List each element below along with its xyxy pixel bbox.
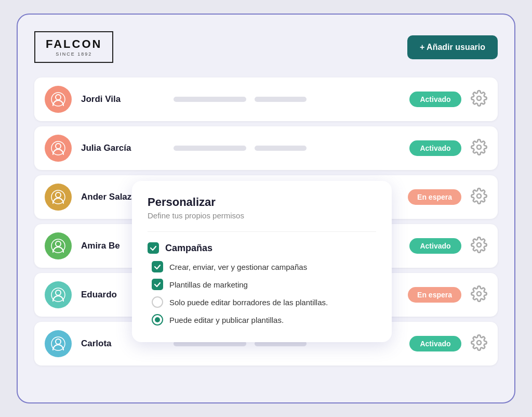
svg-point-4 <box>56 192 61 198</box>
permissions-popup: Personalizar Define tus propios permisos… <box>132 181 392 342</box>
avatar <box>45 330 72 357</box>
user-name: Julia García <box>81 143 164 153</box>
gear-icon[interactable] <box>471 285 487 304</box>
logo-subtitle: SINCE 1892 <box>56 51 92 57</box>
svg-point-6 <box>56 241 61 246</box>
svg-point-10 <box>56 339 61 344</box>
status-badge: Activado <box>409 92 461 107</box>
user-name: Jordi Vila <box>81 94 164 105</box>
avatar <box>45 135 72 162</box>
main-permission-checkbox[interactable] <box>148 242 159 254</box>
status-badge: En espera <box>408 189 461 205</box>
gear-icon[interactable] <box>471 334 487 353</box>
sub-permission-checkbox[interactable] <box>152 261 163 272</box>
avatar <box>45 86 72 113</box>
status-badge: En espera <box>408 287 461 303</box>
permission-sub-row: Solo puede editar borradores de las plan… <box>152 296 376 308</box>
gear-icon[interactable] <box>471 139 487 158</box>
main-permission-row: Campañas <box>148 242 376 254</box>
placeholder-bars <box>174 97 400 102</box>
radio-filled[interactable] <box>152 314 163 325</box>
bar <box>174 97 246 102</box>
svg-point-2 <box>56 144 61 149</box>
permission-section: Campañas Crear, enviar, ver y gestionar … <box>148 242 376 325</box>
permission-sub-row: Plantillas de marketing <box>152 279 376 290</box>
add-user-button[interactable]: + Añadir usuario <box>407 35 498 59</box>
gear-icon[interactable] <box>471 188 487 206</box>
avatar <box>45 281 72 308</box>
popup-divider <box>148 231 376 232</box>
bar <box>255 146 307 151</box>
permission-sub-label: Crear, enviar, ver y gestionar campañas <box>169 263 307 271</box>
main-permission-label: Campañas <box>165 243 212 254</box>
user-row: Julia García Activado <box>34 126 498 170</box>
permission-sub-label: Plantillas de marketing <box>169 280 248 289</box>
user-row: Jordi Vila Activado <box>34 77 498 121</box>
avatar <box>45 184 72 211</box>
sub-permission-checkbox[interactable] <box>152 279 163 290</box>
header: FALCON SINCE 1892 + Añadir usuario <box>34 31 498 63</box>
placeholder-bars <box>174 146 400 151</box>
gear-icon[interactable] <box>471 90 487 109</box>
svg-point-8 <box>56 290 61 295</box>
bar <box>255 97 307 102</box>
popup-title: Personalizar <box>148 196 376 209</box>
permission-sub-row: Puede editar y publicar plantillas. <box>152 314 376 325</box>
bar <box>174 146 246 151</box>
status-badge: Activado <box>409 140 461 156</box>
permission-sub-label: Solo puede editar borradores de las plan… <box>169 298 328 307</box>
permission-sub-label: Puede editar y publicar plantillas. <box>169 316 284 324</box>
main-frame: FALCON SINCE 1892 + Añadir usuario Jordi… <box>17 14 515 403</box>
avatar <box>45 232 72 259</box>
logo-title: FALCON <box>46 37 102 51</box>
status-badge: Activado <box>409 238 461 254</box>
gear-icon[interactable] <box>471 237 487 255</box>
sub-permission-list: Crear, enviar, ver y gestionar campañas … <box>148 261 376 325</box>
status-badge: Activado <box>409 336 461 351</box>
popup-overlay: Personalizar Define tus propios permisos… <box>132 181 392 342</box>
logo: FALCON SINCE 1892 <box>34 31 113 63</box>
radio-empty[interactable] <box>152 296 163 308</box>
svg-point-0 <box>56 95 61 100</box>
popup-subtitle: Define tus propios permisos <box>148 211 376 220</box>
permission-sub-row: Crear, enviar, ver y gestionar campañas <box>152 261 376 272</box>
